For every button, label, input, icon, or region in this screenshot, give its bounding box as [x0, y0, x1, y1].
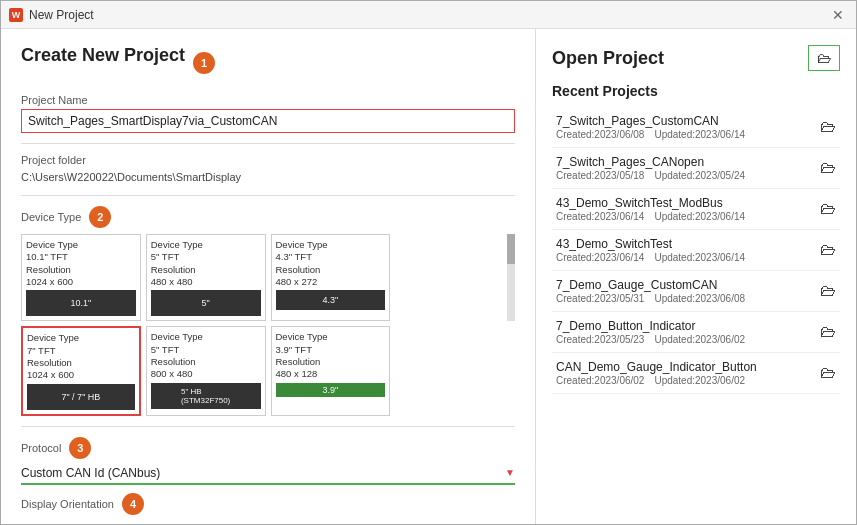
project-info: 7_Demo_Button_Indicator Created:2023/05/… — [556, 319, 812, 345]
device-4.3[interactable]: Device Type4.3" TFTResolution480 x 272 4… — [271, 234, 391, 321]
project-info: 43_Demo_SwitchTest_ModBus Created:2023/0… — [556, 196, 812, 222]
device-4.3-label: Device Type4.3" TFTResolution480 x 272 — [276, 239, 386, 288]
device-10.1-label: Device Type10.1" TFTResolution1024 x 600 — [26, 239, 136, 288]
project-name: 7_Demo_Gauge_CustomCAN — [556, 278, 812, 292]
project-info: 7_Switch_Pages_CustomCAN Created:2023/06… — [556, 114, 812, 140]
project-item[interactable]: CAN_Demo_Gauge_Indicator_Button Created:… — [552, 353, 840, 394]
project-created: Created:2023/06/14 — [556, 211, 644, 222]
project-updated: Updated:2023/06/14 — [654, 252, 745, 263]
project-updated: Updated:2023/06/08 — [654, 293, 745, 304]
project-folder-icon: 🗁 — [820, 241, 836, 259]
left-panel: Create New Project 1 Project Name Projec… — [1, 29, 536, 524]
project-name: 43_Demo_SwitchTest_ModBus — [556, 196, 812, 210]
device-5hb-label: Device Type5" TFTResolution800 x 480 — [151, 331, 261, 380]
title-bar-left: W New Project — [9, 8, 94, 22]
project-folder-value: C:\Users\W220022\Documents\SmartDisplay — [21, 169, 515, 185]
recent-projects-title: Recent Projects — [552, 83, 840, 99]
device-7-label: Device Type7" TFTResolution1024 x 600 — [27, 332, 135, 381]
project-created: Created:2023/05/18 — [556, 170, 644, 181]
project-folder-icon: 🗁 — [820, 282, 836, 300]
step3-badge: 3 — [69, 437, 91, 459]
device-7-screen: 7" / 7" HB — [27, 384, 135, 410]
device-5hb[interactable]: Device Type5" TFTResolution800 x 480 5" … — [146, 326, 266, 415]
window-title: New Project — [29, 8, 94, 22]
device-grid-scroll — [395, 234, 515, 321]
content-area: Create New Project 1 Project Name Projec… — [1, 29, 856, 524]
step1-badge: 1 — [193, 52, 215, 74]
close-button[interactable]: ✕ — [828, 5, 848, 25]
create-project-title: Create New Project — [21, 45, 185, 66]
device-type-label: Device Type — [21, 211, 81, 223]
project-folder-icon: 🗁 — [820, 323, 836, 341]
project-created: Created:2023/06/02 — [556, 375, 644, 386]
device-3.9-screen: 3.9" — [276, 383, 386, 397]
project-dates: Created:2023/06/08 Updated:2023/06/14 — [556, 129, 812, 140]
project-updated: Updated:2023/06/02 — [654, 375, 745, 386]
project-dates: Created:2023/06/14 Updated:2023/06/14 — [556, 252, 812, 263]
project-name-label: Project Name — [21, 94, 515, 106]
title-bar: W New Project ✕ — [1, 1, 856, 29]
device-5-label: Device Type5" TFTResolution480 x 480 — [151, 239, 261, 288]
project-created: Created:2023/06/08 — [556, 129, 644, 140]
project-created: Created:2023/05/31 — [556, 293, 644, 304]
right-header: Open Project 🗁 — [552, 45, 840, 71]
project-updated: Updated:2023/06/14 — [654, 211, 745, 222]
orientation-arrow: ▼ — [505, 523, 515, 524]
display-orientation-select[interactable]: Landscape ▼ — [21, 519, 515, 524]
device-3.9[interactable]: Device Type3.9" TFTResolution480 x 128 3… — [271, 326, 391, 415]
protocol-arrow: ▼ — [505, 467, 515, 478]
protocol-value: Custom CAN Id (CANbus) — [21, 463, 505, 483]
project-dates: Created:2023/05/23 Updated:2023/06/02 — [556, 334, 812, 345]
project-dates: Created:2023/06/14 Updated:2023/06/14 — [556, 211, 812, 222]
device-4.3-screen: 4.3" — [276, 290, 386, 310]
display-orientation-label: Display Orientation — [21, 498, 114, 510]
app-icon: W — [9, 8, 23, 22]
project-folder-icon: 🗁 — [820, 118, 836, 136]
device-10.1-screen: 10.1" — [26, 290, 136, 316]
project-info: 7_Demo_Gauge_CustomCAN Created:2023/05/3… — [556, 278, 812, 304]
project-folder-icon: 🗁 — [820, 159, 836, 177]
project-item[interactable]: 7_Demo_Button_Indicator Created:2023/05/… — [552, 312, 840, 353]
device-7[interactable]: Device Type7" TFTResolution1024 x 600 7"… — [21, 326, 141, 415]
project-folder-icon: 🗁 — [820, 200, 836, 218]
project-name: 7_Demo_Button_Indicator — [556, 319, 812, 333]
project-created: Created:2023/06/14 — [556, 252, 644, 263]
project-name-input[interactable] — [21, 109, 515, 133]
project-updated: Updated:2023/05/24 — [654, 170, 745, 181]
project-info: 43_Demo_SwitchTest Created:2023/06/14 Up… — [556, 237, 812, 263]
project-folder-label: Project folder — [21, 154, 515, 166]
project-folder-icon: 🗁 — [820, 364, 836, 382]
open-folder-button[interactable]: 🗁 — [808, 45, 840, 71]
project-name: CAN_Demo_Gauge_Indicator_Button — [556, 360, 812, 374]
project-info: 7_Switch_Pages_CANopen Created:2023/05/1… — [556, 155, 812, 181]
project-name: 7_Switch_Pages_CANopen — [556, 155, 812, 169]
project-dates: Created:2023/06/02 Updated:2023/06/02 — [556, 375, 812, 386]
project-item[interactable]: 43_Demo_SwitchTest_ModBus Created:2023/0… — [552, 189, 840, 230]
project-item[interactable]: 43_Demo_SwitchTest Created:2023/06/14 Up… — [552, 230, 840, 271]
project-created: Created:2023/05/23 — [556, 334, 644, 345]
device-5-screen: 5" — [151, 290, 261, 316]
device-empty-2 — [395, 326, 515, 415]
device-5[interactable]: Device Type5" TFTResolution480 x 480 5" — [146, 234, 266, 321]
project-dates: Created:2023/05/18 Updated:2023/05/24 — [556, 170, 812, 181]
project-info: CAN_Demo_Gauge_Indicator_Button Created:… — [556, 360, 812, 386]
project-updated: Updated:2023/06/02 — [654, 334, 745, 345]
device-10.1[interactable]: Device Type10.1" TFTResolution1024 x 600… — [21, 234, 141, 321]
project-name: 43_Demo_SwitchTest — [556, 237, 812, 251]
folder-icon: 🗁 — [817, 50, 831, 66]
step4-badge: 4 — [122, 493, 144, 515]
project-name: 7_Switch_Pages_CustomCAN — [556, 114, 812, 128]
display-orientation-value: Landscape — [21, 519, 505, 524]
project-item[interactable]: 7_Switch_Pages_CANopen Created:2023/05/1… — [552, 148, 840, 189]
open-project-title: Open Project — [552, 48, 664, 69]
protocol-label: Protocol — [21, 442, 61, 454]
right-panel: Open Project 🗁 Recent Projects 7_Switch_… — [536, 29, 856, 524]
device-3.9-label: Device Type3.9" TFTResolution480 x 128 — [276, 331, 386, 380]
step2-badge: 2 — [89, 206, 111, 228]
main-window: W New Project ✕ Create New Project 1 Pro… — [0, 0, 857, 525]
project-list: 7_Switch_Pages_CustomCAN Created:2023/06… — [552, 107, 840, 508]
device-5hb-screen: 5" HB(STM32F750) — [151, 383, 261, 409]
project-item[interactable]: 7_Demo_Gauge_CustomCAN Created:2023/05/3… — [552, 271, 840, 312]
protocol-select[interactable]: Custom CAN Id (CANbus) ▼ — [21, 463, 515, 485]
project-item[interactable]: 7_Switch_Pages_CustomCAN Created:2023/06… — [552, 107, 840, 148]
